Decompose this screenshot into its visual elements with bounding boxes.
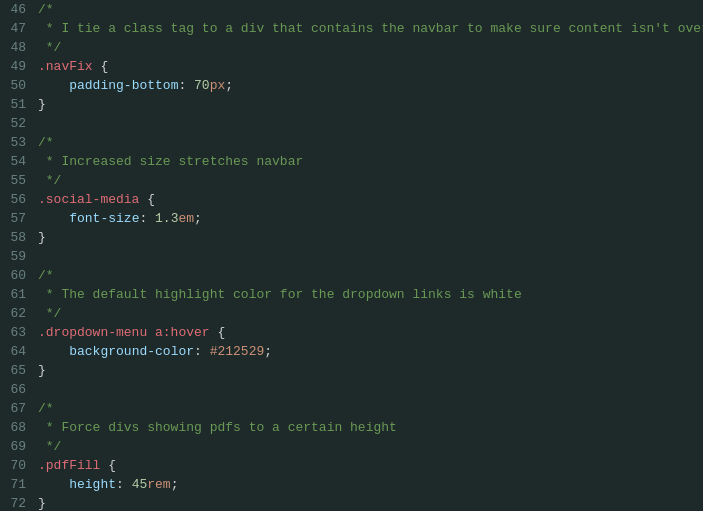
line-number: 54 — [4, 152, 38, 171]
code-text: height: 45rem; — [38, 475, 703, 494]
code-line: 61 * The default highlight color for the… — [4, 285, 703, 304]
code-text — [38, 114, 703, 133]
line-number: 53 — [4, 133, 38, 152]
code-text: padding-bottom: 70px; — [38, 76, 703, 95]
code-text: */ — [38, 304, 703, 323]
code-text: font-size: 1.3em; — [38, 209, 703, 228]
code-text: } — [38, 494, 703, 511]
line-number: 55 — [4, 171, 38, 190]
code-line: 62 */ — [4, 304, 703, 323]
line-number: 70 — [4, 456, 38, 475]
code-text: } — [38, 361, 703, 380]
line-number: 60 — [4, 266, 38, 285]
code-line: 58} — [4, 228, 703, 247]
code-text: .dropdown-menu a:hover { — [38, 323, 703, 342]
code-text: /* — [38, 399, 703, 418]
line-number: 57 — [4, 209, 38, 228]
line-number: 65 — [4, 361, 38, 380]
code-text — [38, 247, 703, 266]
code-text: */ — [38, 38, 703, 57]
line-number: 49 — [4, 57, 38, 76]
code-line: 71 height: 45rem; — [4, 475, 703, 494]
line-number: 56 — [4, 190, 38, 209]
code-line: 48 */ — [4, 38, 703, 57]
code-text: } — [38, 228, 703, 247]
code-line: 50 padding-bottom: 70px; — [4, 76, 703, 95]
code-line: 72} — [4, 494, 703, 511]
line-number: 68 — [4, 418, 38, 437]
code-line: 54 * Increased size stretches navbar — [4, 152, 703, 171]
line-number: 72 — [4, 494, 38, 511]
code-text — [38, 380, 703, 399]
line-number: 51 — [4, 95, 38, 114]
code-line: 59 — [4, 247, 703, 266]
code-text: * Force divs showing pdfs to a certain h… — [38, 418, 703, 437]
code-text: .navFix { — [38, 57, 703, 76]
code-line: 52 — [4, 114, 703, 133]
line-number: 69 — [4, 437, 38, 456]
code-line: 70.pdfFill { — [4, 456, 703, 475]
code-line: 55 */ — [4, 171, 703, 190]
line-number: 52 — [4, 114, 38, 133]
code-text: /* — [38, 266, 703, 285]
line-number: 62 — [4, 304, 38, 323]
line-number: 64 — [4, 342, 38, 361]
code-line: 51} — [4, 95, 703, 114]
code-line: 65} — [4, 361, 703, 380]
line-number: 61 — [4, 285, 38, 304]
line-number: 58 — [4, 228, 38, 247]
code-text: */ — [38, 437, 703, 456]
code-text: background-color: #212529; — [38, 342, 703, 361]
code-line: 47 * I tie a class tag to a div that con… — [4, 19, 703, 38]
code-line: 64 background-color: #212529; — [4, 342, 703, 361]
code-line: 63.dropdown-menu a:hover { — [4, 323, 703, 342]
code-line: 68 * Force divs showing pdfs to a certai… — [4, 418, 703, 437]
code-line: 69 */ — [4, 437, 703, 456]
code-line: 46/* — [4, 0, 703, 19]
line-number: 63 — [4, 323, 38, 342]
code-text: } — [38, 95, 703, 114]
code-text: * I tie a class tag to a div that contai… — [38, 19, 703, 38]
code-text: * Increased size stretches navbar — [38, 152, 703, 171]
code-text: /* — [38, 0, 703, 19]
code-text: .social-media { — [38, 190, 703, 209]
code-text: /* — [38, 133, 703, 152]
code-line: 66 — [4, 380, 703, 399]
line-number: 66 — [4, 380, 38, 399]
line-number: 71 — [4, 475, 38, 494]
code-text: */ — [38, 171, 703, 190]
code-text: .pdfFill { — [38, 456, 703, 475]
line-number: 48 — [4, 38, 38, 57]
code-content: 46/*47 * I tie a class tag to a div that… — [0, 0, 703, 511]
line-number: 67 — [4, 399, 38, 418]
line-number: 59 — [4, 247, 38, 266]
code-editor: 46/*47 * I tie a class tag to a div that… — [0, 0, 703, 511]
code-line: 56.social-media { — [4, 190, 703, 209]
code-line: 57 font-size: 1.3em; — [4, 209, 703, 228]
line-number: 47 — [4, 19, 38, 38]
code-line: 67/* — [4, 399, 703, 418]
code-line: 53/* — [4, 133, 703, 152]
code-line: 60/* — [4, 266, 703, 285]
code-text: * The default highlight color for the dr… — [38, 285, 703, 304]
code-line: 49.navFix { — [4, 57, 703, 76]
line-number: 50 — [4, 76, 38, 95]
line-number: 46 — [4, 0, 38, 19]
